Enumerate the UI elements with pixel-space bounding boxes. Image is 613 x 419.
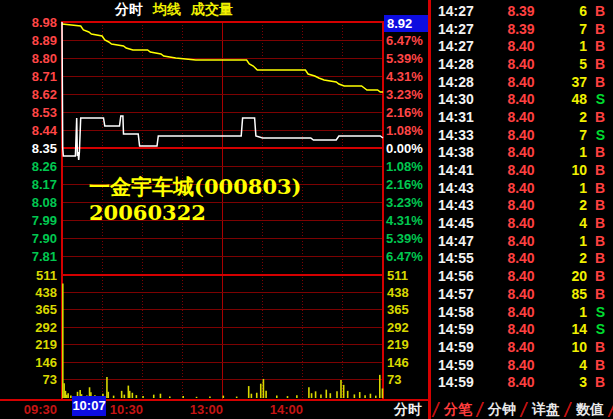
svg-text:73: 73: [43, 372, 57, 387]
tab-divider: [564, 402, 573, 417]
trade-price: 8.40: [490, 162, 552, 178]
trade-time: 14:41: [431, 162, 490, 178]
trade-row[interactable]: 14:598.403B: [431, 373, 613, 391]
trade-row[interactable]: 14:598.404B: [431, 356, 613, 374]
svg-text:8.08: 8.08: [32, 195, 57, 210]
svg-text:7.81: 7.81: [32, 249, 57, 264]
svg-text:8.80: 8.80: [32, 51, 57, 66]
trade-volume: 5: [552, 56, 587, 72]
trade-time: 14:59: [431, 374, 490, 390]
trade-side: B: [587, 250, 613, 266]
cursor-time-badge: 10:07: [72, 396, 106, 416]
trade-row[interactable]: 14:568.4020B: [431, 267, 613, 285]
trade-row[interactable]: 14:578.4085B: [431, 285, 613, 303]
trade-volume: 2: [552, 109, 587, 125]
tab-fenzhong[interactable]: 分钟: [488, 401, 516, 419]
trade-price: 8.40: [490, 74, 552, 90]
svg-text:0.00%: 0.00%: [386, 141, 423, 156]
svg-text:8.53: 8.53: [32, 105, 57, 120]
trade-time: 14:27: [431, 38, 490, 54]
trade-row[interactable]: 14:278.396B: [431, 2, 613, 20]
trade-row[interactable]: 14:288.4037B: [431, 73, 613, 91]
trade-row[interactable]: 14:338.407S: [431, 126, 613, 144]
svg-text:292: 292: [387, 320, 409, 335]
trade-time: 14:59: [431, 321, 490, 337]
trade-time: 14:27: [431, 21, 490, 37]
svg-text:146: 146: [387, 355, 409, 370]
menu-item-fenshi[interactable]: 分时: [115, 1, 143, 18]
trade-side: B: [587, 339, 613, 355]
svg-text:8.35: 8.35: [32, 141, 57, 156]
svg-text:2.16%: 2.16%: [386, 177, 423, 192]
trade-row[interactable]: 14:288.405B: [431, 55, 613, 73]
stock-watermark: 一金宇车城(000803) 20060322: [89, 174, 302, 226]
trade-row[interactable]: 14:438.401B: [431, 179, 613, 197]
svg-text:13:00: 13:00: [190, 402, 223, 417]
trade-side: B: [587, 180, 613, 196]
trade-row[interactable]: 14:458.404B: [431, 214, 613, 232]
trade-price: 8.40: [490, 250, 552, 266]
svg-text:146: 146: [35, 355, 57, 370]
trade-price: 8.40: [490, 38, 552, 54]
trade-row[interactable]: 14:478.401B: [431, 232, 613, 250]
trade-price: 8.40: [490, 180, 552, 196]
tab-shuzhi[interactable]: 数值: [576, 401, 604, 419]
trade-volume: 37: [552, 74, 587, 90]
trade-volume: 4: [552, 215, 587, 231]
menu-item-chengjiaoliang[interactable]: 成交量: [191, 1, 233, 18]
svg-text:438: 438: [387, 285, 409, 300]
tab-divider: [608, 402, 613, 417]
svg-text:8.26: 8.26: [32, 159, 57, 174]
trade-side: B: [587, 286, 613, 302]
trade-row[interactable]: 14:418.4010B: [431, 161, 613, 179]
trade-time: 14:28: [431, 56, 490, 72]
trade-side: B: [587, 74, 613, 90]
trade-list[interactable]: 14:278.396B14:278.397B14:278.401B14:288.…: [431, 2, 613, 398]
trade-volume: 3: [552, 374, 587, 390]
trade-time: 14:55: [431, 250, 490, 266]
trade-price: 8.40: [490, 357, 552, 373]
trade-row[interactable]: 14:588.401S: [431, 303, 613, 321]
trade-time: 14:28: [431, 74, 490, 90]
svg-text:10:30: 10:30: [110, 402, 143, 417]
trade-side: B: [587, 38, 613, 54]
trade-row[interactable]: 14:278.397B: [431, 20, 613, 38]
trade-row[interactable]: 14:388.401B: [431, 144, 613, 162]
trade-time: 14:27: [431, 3, 490, 19]
svg-text:8.62: 8.62: [32, 87, 57, 102]
trade-side: S: [587, 91, 613, 107]
trade-volume: 4: [552, 357, 587, 373]
trade-side: B: [587, 56, 613, 72]
svg-text:5.39%: 5.39%: [386, 231, 423, 246]
trade-row[interactable]: 14:278.401B: [431, 37, 613, 55]
trade-row[interactable]: 14:318.402B: [431, 108, 613, 126]
trade-price: 8.40: [490, 215, 552, 231]
trade-volume: 20: [552, 268, 587, 284]
trade-price: 8.40: [490, 339, 552, 355]
tab-fenbi[interactable]: 分笔: [444, 401, 472, 419]
svg-text:1.08%: 1.08%: [386, 159, 423, 174]
trade-volume: 10: [552, 339, 587, 355]
trade-price: 8.40: [490, 197, 552, 213]
trade-price: 8.40: [490, 56, 552, 72]
trade-row[interactable]: 14:598.4010B: [431, 338, 613, 356]
trade-volume: 6: [552, 3, 587, 19]
menu-item-junxian[interactable]: 均线: [153, 1, 181, 18]
tab-xiangpan[interactable]: 详盘: [532, 401, 560, 419]
trade-price: 8.40: [490, 268, 552, 284]
trade-time: 14:59: [431, 357, 490, 373]
trade-volume: 14: [552, 321, 587, 337]
trade-row[interactable]: 14:308.4048S: [431, 90, 613, 108]
svg-text:3.23%: 3.23%: [386, 87, 423, 102]
trade-row[interactable]: 14:558.402B: [431, 250, 613, 268]
trade-price: 8.40: [490, 286, 552, 302]
trade-time: 14:47: [431, 233, 490, 249]
trade-volume: 2: [552, 197, 587, 213]
trade-volume: 1: [552, 233, 587, 249]
svg-text:438: 438: [35, 285, 57, 300]
trade-price: 8.40: [490, 127, 552, 143]
svg-text:8.89: 8.89: [32, 33, 57, 48]
trade-row[interactable]: 14:598.4014S: [431, 320, 613, 338]
trade-row[interactable]: 14:438.402B: [431, 197, 613, 215]
svg-text:6.47%: 6.47%: [386, 33, 423, 48]
